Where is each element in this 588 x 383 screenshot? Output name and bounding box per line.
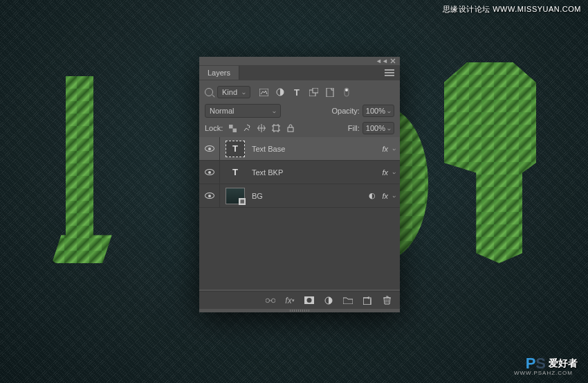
svg-rect-8 [229,125,233,129]
filter-smart-icon[interactable] [325,87,335,97]
fill-label: Fill: [348,124,360,132]
layer-name-label[interactable]: Text BKP [252,168,382,177]
kind-select[interactable]: Kind⌵ [217,86,250,98]
layer-row[interactable]: T Text Base fx⌵ [199,137,400,161]
panel-footer: fx▾ [199,291,400,309]
layers-panel: ◄◄ Layers Kind⌵ T Nor [199,57,400,312]
fx-icon[interactable]: fx▾ [285,296,295,305]
panel-top-bar: ◄◄ [199,57,400,65]
layer-thumbnail[interactable]: ▦ [226,188,245,204]
layer-fx-badge[interactable]: ◐ fx⌵ [369,191,396,200]
adjustment-icon[interactable] [324,296,333,305]
svg-point-15 [307,298,312,303]
resize-grip[interactable] [199,309,400,312]
filter-toggle-icon[interactable] [342,87,351,97]
svg-rect-17 [363,298,371,305]
svg-rect-4 [327,88,333,97]
lock-artboard-icon[interactable] [272,124,280,132]
layer-fx-badge[interactable]: fx⌵ [382,168,396,177]
filter-shape-icon[interactable] [309,87,318,97]
layers-list: T Text Base fx⌵ T Text BKP fx⌵ ▦ BG ◐ fx… [199,137,400,290]
collapse-icon[interactable]: ◄◄ [379,58,385,64]
eye-icon [205,145,214,152]
lock-all-icon[interactable] [286,124,295,132]
lock-transparency-icon[interactable] [228,124,237,132]
panel-tabs: Layers [199,65,400,80]
blend-mode-select[interactable]: Normal⌵ [205,104,281,118]
visibility-toggle[interactable] [199,184,220,207]
close-icon[interactable] [390,58,396,64]
link-layers-icon[interactable] [266,296,275,305]
opacity-label: Opacity: [332,107,360,115]
svg-rect-18 [363,298,371,305]
layer-fx-badge[interactable]: fx⌵ [382,145,396,153]
svg-rect-9 [232,128,237,132]
layer-row[interactable]: ▦ BG ◐ fx⌵ [199,184,400,208]
type-icon: T [232,143,238,154]
fill-input[interactable]: 100%⌵ [362,122,394,134]
watermark-top: 思缘设计论坛 WWW.MISSYUAN.COM [443,4,581,15]
group-icon[interactable] [343,296,353,305]
panel-menu-icon[interactable] [379,69,400,76]
lock-image-icon[interactable] [243,124,251,132]
visibility-toggle[interactable] [199,137,220,160]
layer-thumbnail[interactable]: T [226,141,245,157]
layer-row[interactable]: T Text BKP fx⌵ [199,161,400,184]
visibility-toggle[interactable] [199,161,220,184]
layer-name-label[interactable]: BG [252,192,369,200]
filter-pixel-icon[interactable] [259,87,268,97]
layer-name-label[interactable]: Text Base [252,145,382,153]
smart-filter-icon: ◐ [369,191,376,200]
eye-icon [205,193,214,199]
trash-icon[interactable] [382,296,392,305]
filter-adjust-icon[interactable] [275,87,285,97]
smart-object-icon: ▦ [239,198,246,205]
filter-type-icon[interactable]: T [292,87,302,97]
type-icon: T [232,167,238,177]
blend-row: Normal⌵ Opacity: 100%⌵ [205,104,394,118]
svg-rect-10 [273,125,279,131]
search-icon[interactable] [205,88,213,96]
lock-label: Lock: [205,124,223,132]
watermark-url: WWW.PSAHZ.COM [514,370,573,376]
svg-point-6 [345,89,348,91]
opacity-input[interactable]: 100%⌵ [362,105,394,117]
svg-rect-3 [313,88,318,93]
tab-layers[interactable]: Layers [199,66,239,80]
layer-thumbnail[interactable]: T [226,164,245,181]
lock-row: Lock: Fill: 100%⌵ [205,122,394,134]
lock-position-icon[interactable] [257,124,266,132]
eye-icon [205,169,214,175]
mask-icon[interactable] [304,296,314,305]
new-layer-icon[interactable] [362,296,372,305]
svg-rect-11 [288,127,293,132]
filter-row: Kind⌵ T [205,86,394,98]
